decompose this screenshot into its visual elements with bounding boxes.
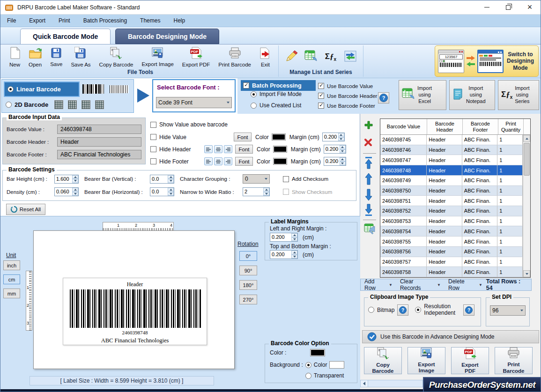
radio-import-file-mode[interactable] [251,91,257,97]
background-transparent-radio[interactable] [305,373,311,379]
bearer-vertical-spinner[interactable]: 0.0 [150,175,174,184]
bitmap-radio[interactable] [368,307,374,313]
show-value-checkbox[interactable] [150,122,156,128]
batch-check-use-barcode-value[interactable]: Use Barcode Value [318,83,373,89]
barcode-value-field[interactable]: 2460398748 [57,125,141,134]
checkbox-use-barcode-footer[interactable] [318,103,324,109]
linear-barcode-radio[interactable] [7,86,14,92]
dpi-select[interactable]: 96 [490,305,526,316]
tab-barcode-designing-mode[interactable]: Barcode Designing Mode [115,29,219,44]
table-row[interactable]: 2460398752HeaderABC Finan.1 [380,206,523,216]
strip-move-up-icon[interactable] [364,173,373,185]
value-margin-spinner[interactable]: 0.200 [322,133,345,141]
toolbar-button-exit[interactable]: Exit [255,46,275,68]
table-row[interactable]: 2460398747HeaderABC Finan.1 [380,155,523,165]
footer-font-button[interactable]: Font [235,157,253,166]
table-row[interactable]: 2460398748HeaderABC Finan.1 [380,165,523,176]
add-row-button[interactable]: Add Row▼ [361,279,396,290]
resolution-independent-radio[interactable] [415,307,421,313]
2d-barcode-option[interactable]: 2D Barcode [6,101,48,108]
grid-column-header-barcode-header[interactable]: Barcode Header [427,119,463,134]
action-button-copy-barcode[interactable]: CopyBarcode [364,347,402,374]
table-row[interactable]: 2460398757HeaderABC Finan.1 [380,257,523,267]
background-color-radio[interactable] [305,362,311,368]
strip-export-excel-icon[interactable] [364,222,377,235]
strip-move-top-icon[interactable] [364,157,373,169]
align-left-button[interactable] [204,157,213,165]
batch-radio-import-file-mode[interactable]: Import File Mode [251,91,302,97]
checkbox-use-barcode-header[interactable] [318,93,324,99]
background-color-swatch[interactable] [329,361,344,369]
align-right-button[interactable] [224,145,232,153]
barcode-header-field[interactable]: Header [57,137,141,147]
use-in-advance-mode-button[interactable]: Use this Barcode in Advance Designing Mo… [362,330,539,343]
help-button[interactable]: ? [378,92,389,104]
manage-button-excel-list-icon[interactable]: x [301,47,321,67]
table-row[interactable]: 2460398746HeaderABC Finan.1 [380,145,523,155]
scroll-thumb[interactable] [524,143,530,176]
rotation-button-270[interactable]: 270° [239,295,257,304]
toolbar-button-print-barcode[interactable]: Print Barcode [214,46,255,68]
align-center-button[interactable] [214,157,222,165]
batch-processing-toggle[interactable]: Batch Processing [241,80,316,91]
header-margin-spinner[interactable]: 0.200 [324,145,346,154]
table-row[interactable]: 2460398755HeaderABC Finan.1 [380,237,523,247]
import-button-import-using-series[interactable]: ΣƒxImportusingSeries [498,80,539,110]
grid-vertical-scrollbar[interactable] [523,135,530,277]
toolbar-button-new[interactable]: New [5,46,24,68]
value-font-button[interactable]: Font [234,133,252,141]
toolbar-button-export-image[interactable]: Export Image [137,46,178,68]
manage-button-edit-pencil-icon[interactable] [282,47,301,67]
barcode-font-select[interactable]: Code 39 Font [156,97,232,108]
grid-column-header-barcode-value[interactable]: Barcode Value [380,119,427,134]
bitmap-help-button[interactable]: ? [397,304,408,316]
table-row[interactable]: 2460398758HeaderABC Finan.1 [380,267,523,277]
reset-all-button[interactable]: Reset All [6,204,45,215]
table-row[interactable]: 2460398753HeaderABC Finan.1 [380,216,523,227]
delete-row-button[interactable]: Delete Row▼ [445,279,486,290]
minimize-button[interactable] [476,0,497,14]
toolbar-button-save[interactable]: Save [46,46,67,68]
menu-item-print[interactable]: Print [52,15,77,27]
2d-barcode-radio[interactable] [6,102,12,108]
strip-add-row-icon[interactable] [364,120,373,130]
tb-margin-spinner[interactable]: 0.200 [270,250,298,259]
unit-button-mm[interactable]: mm [3,288,20,298]
barcode-label[interactable]: Header 2460398748 ABC Financial Technolo… [63,278,207,345]
rotation-button-180[interactable]: 180° [239,280,257,290]
switch-to-designing-mode-button[interactable]: 123567 Switch to Designing Mode [435,45,539,77]
hide-footer-checkbox[interactable] [150,158,156,164]
align-left-button[interactable] [204,145,213,153]
radio-use-created-list[interactable] [251,103,257,109]
table-row[interactable]: 2460398754HeaderABC Finan.1 [380,226,523,237]
checkbox-use-barcode-value[interactable] [318,83,324,89]
linear-barcode-option[interactable]: Linear Barcode [4,81,80,97]
bar-height-spinner[interactable]: 1.600 [54,175,79,184]
align-right-button[interactable] [224,157,232,165]
table-row[interactable]: 2460398756HeaderABC Finan.1 [380,247,523,257]
toolbar-button-open[interactable]: Open [24,46,46,68]
menu-item-themes[interactable]: Themes [133,15,167,27]
barcode-color-swatch[interactable] [310,349,325,356]
grid-column-header-print-quantity[interactable]: Print Quantity [498,119,524,134]
horizontal-scrollbar[interactable] [360,380,423,387]
narrow-wide-ratio-spinner[interactable]: 2 [243,187,270,196]
hide-header-checkbox[interactable] [150,146,156,152]
align-center-button[interactable] [214,145,222,153]
tab-quick-barcode-mode[interactable]: Quick Barcode Mode [20,29,111,44]
strip-delete-row-icon[interactable] [364,138,372,147]
batch-check-use-barcode-footer[interactable]: Use Barcode Footer [318,103,375,109]
batch-check-use-barcode-header[interactable]: Use Barcode Header [318,93,377,99]
resolution-help-button[interactable]: ? [463,304,474,316]
batch-radio-use-created-list[interactable]: Use Created List [251,102,301,109]
character-grouping-select[interactable]: 0 [243,174,270,184]
rotation-button-0[interactable]: 0° [239,251,257,261]
footer-color-swatch[interactable] [273,158,287,165]
scroll-up-arrow[interactable] [523,135,530,142]
menu-item-batch-processing[interactable]: Batch Processing [77,15,133,27]
manage-button-sigma-fx-icon[interactable]: Σƒx [321,47,341,67]
clear-records-button[interactable]: Clear Records▼ [396,279,445,290]
strip-move-down-icon[interactable] [364,189,373,201]
density-spinner[interactable]: 0.060 [54,187,79,196]
menu-item-export[interactable]: Export [22,15,52,27]
